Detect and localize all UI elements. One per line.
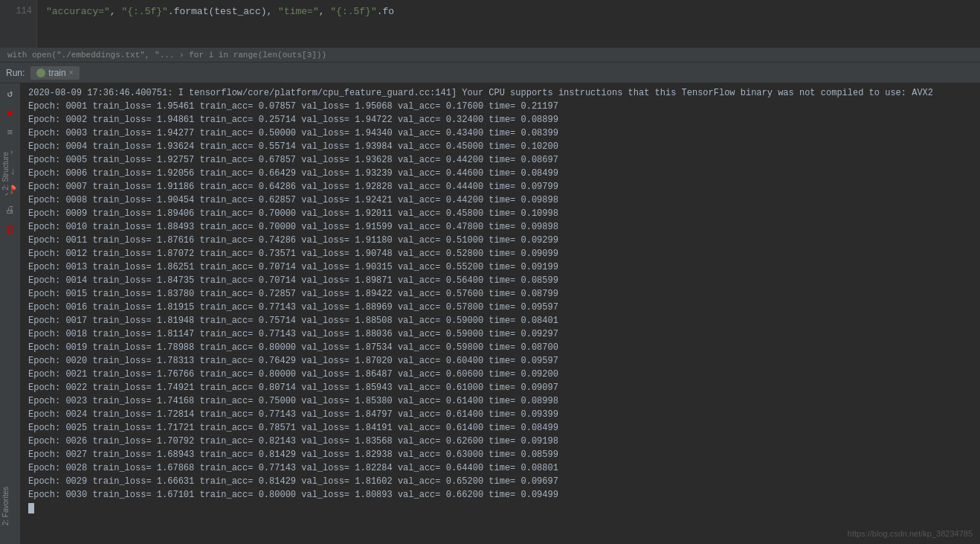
console-wrapper: ↺ ■ ≡ ⇔ ↓↓ 📌 🖨 🗑 2020-08-09 17:36:46.400… (0, 83, 980, 544)
run-label: Run: (0, 68, 30, 78)
line-number: 114 (0, 0, 37, 48)
epoch-line-14: Epoch: 0014 train_loss= 1.84735 train_ac… (21, 274, 980, 287)
epoch-line-9: Epoch: 0009 train_loss= 1.89406 train_ac… (21, 207, 980, 220)
console-warning-line: 2020-08-09 17:36:46.400751: I tensorflow… (21, 86, 980, 100)
epoch-line-24: Epoch: 0024 train_loss= 1.72814 train_ac… (21, 408, 980, 421)
epoch-line-1: Epoch: 0001 train_loss= 1.95461 train_ac… (21, 100, 980, 113)
refresh-button[interactable]: ↺ (3, 86, 18, 101)
epoch-line-22: Epoch: 0022 train_loss= 1.74921 train_ac… (21, 381, 980, 394)
code-header-area: 114 "accuracy=", "{:.5f}".format(test_ac… (0, 0, 980, 48)
epoch-line-5: Epoch: 0005 train_loss= 1.92757 train_ac… (21, 153, 980, 167)
epoch-line-23: Epoch: 0023 train_loss= 1.74168 train_ac… (21, 394, 980, 408)
epoch-line-29: Epoch: 0029 train_loss= 1.66631 train_ac… (21, 475, 980, 488)
epoch-line-6: Epoch: 0006 train_loss= 1.92056 train_ac… (21, 167, 980, 180)
console-output[interactable]: 2020-08-09 17:36:46.400751: I tensorflow… (21, 83, 980, 544)
epoch-line-15: Epoch: 0015 train_loss= 1.83780 train_ac… (21, 287, 980, 301)
structure-tab[interactable]: 2: Structure (0, 149, 11, 193)
epoch-line-12: Epoch: 0012 train_loss= 1.87072 train_ac… (21, 247, 980, 260)
code-line-1: "accuracy=", "{:.5f}".format(test_acc), … (46, 6, 971, 21)
string-time: "time=" (278, 6, 319, 17)
delete-button[interactable]: 🗑 (3, 222, 18, 237)
epoch-line-8: Epoch: 0008 train_loss= 1.90454 train_ac… (21, 193, 980, 207)
favorites-tab[interactable]: 2: Favorites (0, 484, 11, 528)
epoch-line-21: Epoch: 0021 train_loss= 1.76766 train_ac… (21, 368, 980, 381)
watermark: https://blog.csdn.net/kp_38234785 (848, 529, 973, 538)
epoch-line-4: Epoch: 0004 train_loss= 1.93624 train_ac… (21, 140, 980, 153)
epoch-line-18: Epoch: 0018 train_loss= 1.81147 train_ac… (21, 327, 980, 341)
run-tab-name: train (48, 68, 65, 78)
epoch-line-7: Epoch: 0007 train_loss= 1.91186 train_ac… (21, 180, 980, 193)
epoch-line-3: Epoch: 0003 train_loss= 1.94277 train_ac… (21, 127, 980, 140)
epoch-line-26: Epoch: 0026 train_loss= 1.70792 train_ac… (21, 435, 980, 448)
epoch-line-17: Epoch: 0017 train_loss= 1.81948 train_ac… (21, 314, 980, 327)
string-format2: "{:.5f}" (330, 6, 376, 17)
epoch-line-13: Epoch: 0013 train_loss= 1.86251 train_ac… (21, 260, 980, 274)
epoch-line-2: Epoch: 0002 train_loss= 1.94861 train_ac… (21, 113, 980, 127)
epoch-line-19: Epoch: 0019 train_loss= 1.78988 train_ac… (21, 341, 980, 354)
run-tab-bar: Run: train × (0, 63, 980, 83)
epoch-line-25: Epoch: 0025 train_loss= 1.71721 train_ac… (21, 421, 980, 435)
epoch-line-27: Epoch: 0027 train_loss= 1.68943 train_ac… (21, 448, 980, 461)
epoch-line-20: Epoch: 0020 train_loss= 1.78313 train_ac… (21, 354, 980, 368)
stop-button[interactable]: ■ (3, 106, 18, 121)
epoch-line-30: Epoch: 0030 train_loss= 1.67101 train_ac… (21, 488, 980, 502)
epoch-line-16: Epoch: 0016 train_loss= 1.81915 train_ac… (21, 301, 980, 314)
cursor-line (21, 502, 980, 515)
string-accuracy: "accuracy=" (46, 6, 110, 17)
run-tab[interactable]: train × (30, 66, 79, 80)
run-tab-icon (36, 68, 45, 77)
epoch-line-10: Epoch: 0010 train_loss= 1.88493 train_ac… (21, 220, 980, 234)
breadcrumb: with open("./embeddings.txt", "... › for… (0, 48, 980, 63)
string-format1: "{:.5f}" (121, 6, 167, 17)
epoch-line-11: Epoch: 0011 train_loss= 1.87616 train_ac… (21, 234, 980, 247)
print-button[interactable]: 🖨 (3, 202, 18, 217)
layout-button[interactable]: ≡ (3, 125, 18, 140)
close-tab-button[interactable]: × (69, 68, 74, 77)
epoch-line-28: Epoch: 0028 train_loss= 1.67868 train_ac… (21, 461, 980, 475)
code-preview: "accuracy=", "{:.5f}".format(test_acc), … (37, 0, 980, 48)
